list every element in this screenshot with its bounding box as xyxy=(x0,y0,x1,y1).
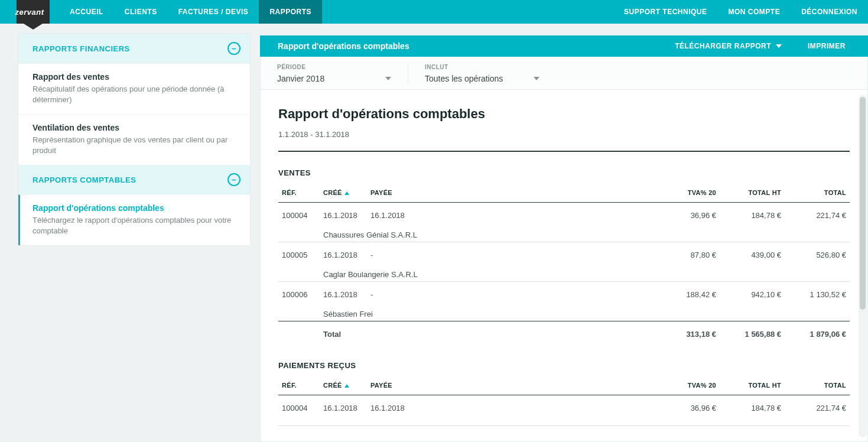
nav-item-clients[interactable]: CLIENTS xyxy=(114,0,168,24)
table-row-client: Sébastien Frei xyxy=(278,301,850,321)
chevron-down-icon xyxy=(534,77,539,80)
cell-vat: 188,42 € xyxy=(655,282,720,302)
table-row: 10000616.1.2018-188,42 €942,10 €1 130,52… xyxy=(278,282,850,302)
nav-item-accueil[interactable]: ACCUEIL xyxy=(59,0,114,24)
table-row: 10000516.1.2018-87,80 €439,00 €526,80 € xyxy=(278,242,850,262)
logo[interactable]: zervant xyxy=(0,0,59,24)
cell-paid: 16.1.2018 xyxy=(367,395,655,415)
col-ref[interactable]: RÉF. xyxy=(278,183,320,203)
cell-created: 16.1.2018 xyxy=(320,395,367,415)
col-net[interactable]: TOTAL HT xyxy=(720,183,785,203)
cell-paid: - xyxy=(367,282,655,302)
nav-item-support[interactable]: SUPPORT TECHNIQUE xyxy=(613,0,718,24)
filter-include-value: Toutes les opérations xyxy=(425,74,503,83)
cell-net: 942,10 € xyxy=(720,282,785,302)
filter-bar: PÉRIODE Janvier 2018 INCLUT Toutes les o… xyxy=(260,57,868,90)
scrollbar[interactable] xyxy=(859,95,867,437)
cell-total: 1 130,52 € xyxy=(785,282,850,302)
sidebar-item-desc: Représentation graphique de vos ventes p… xyxy=(32,135,238,155)
filter-include-select[interactable]: Toutes les opérations xyxy=(425,74,539,83)
col-vat[interactable]: TVA% 20 xyxy=(655,183,720,203)
print-button[interactable]: IMPRIMER xyxy=(803,42,850,50)
scrollbar-thumb[interactable] xyxy=(860,97,866,310)
report-title: Rapport d'opérations comptables xyxy=(278,106,850,122)
sidebar-item-ventes[interactable]: Rapport des ventesRécapitulatif des opér… xyxy=(18,63,250,114)
sidebar-item-title: Ventilation des ventes xyxy=(32,123,238,132)
sort-asc-icon xyxy=(344,191,349,195)
chevron-down-icon xyxy=(385,77,391,80)
cell-paid: - xyxy=(367,242,655,262)
sidebar-group-title: RAPPORTS COMPTABLES xyxy=(32,176,136,184)
cell-vat: 87,80 € xyxy=(655,242,720,262)
cell-total: 221,74 € xyxy=(785,395,850,415)
sidebar-item-desc: Téléchargez le rapport d'opérations comp… xyxy=(32,215,238,236)
nav-item-logout[interactable]: DÉCONNEXION xyxy=(791,0,868,24)
col-created[interactable]: CRÉÉ xyxy=(320,183,367,203)
table-row-client xyxy=(278,415,850,426)
col-net[interactable]: TOTAL HT xyxy=(720,376,785,395)
collapse-icon[interactable]: – xyxy=(227,42,240,55)
sidebar-item-ventilation[interactable]: Ventilation des ventesReprésentation gra… xyxy=(18,114,250,165)
sidebar-item-title: Rapport d'opérations comptables xyxy=(32,203,238,213)
col-paid[interactable]: PAYÉE xyxy=(367,183,655,203)
sidebar: RAPPORTS FINANCIERS–Rapport des ventesRé… xyxy=(0,24,260,442)
cell-ref: 100006 xyxy=(278,282,320,302)
print-label: IMPRIMER xyxy=(808,42,846,50)
sidebar-item-title: Rapport des ventes xyxy=(32,72,238,82)
total-net: 1 565,88 € xyxy=(720,321,785,342)
nav-left: ACCUEILCLIENTSFACTURES / DEVISRAPPORTS xyxy=(59,0,322,24)
sidebar-group-header-financiers[interactable]: RAPPORTS FINANCIERS– xyxy=(18,34,250,63)
filter-include: INCLUT Toutes les opérations xyxy=(408,64,556,83)
cell-net: 439,00 € xyxy=(720,242,785,262)
cell-net: 184,78 € xyxy=(720,395,785,415)
sidebar-group-title: RAPPORTS FINANCIERS xyxy=(32,44,130,53)
col-created[interactable]: CRÉÉ xyxy=(320,376,367,395)
report-table-paiements: RÉF.CRÉÉPAYÉETVA% 20TOTAL HTTOTAL1000041… xyxy=(278,376,850,426)
col-paid[interactable]: PAYÉE xyxy=(367,376,655,395)
total-label: Total xyxy=(320,321,655,342)
cell-ref: 100005 xyxy=(278,242,320,262)
cell-vat: 36,96 € xyxy=(655,395,720,415)
nav-item-compte[interactable]: MON COMPTE xyxy=(717,0,791,24)
cell-created: 16.1.2018 xyxy=(320,242,367,262)
download-report-button[interactable]: TÉLÉCHARGER RAPPORT xyxy=(670,42,786,50)
col-total[interactable]: TOTAL xyxy=(785,183,850,203)
table-total-row: Total313,18 €1 565,88 €1 879,06 € xyxy=(278,321,850,342)
download-report-label: TÉLÉCHARGER RAPPORT xyxy=(675,42,771,50)
cell-total: 221,74 € xyxy=(785,203,850,223)
cell-client: Sébastien Frei xyxy=(320,301,850,321)
main-column: Rapport d'opérations comptables TÉLÉCHAR… xyxy=(260,24,868,442)
table-row-client: Chaussures Génial S.A.R.L xyxy=(278,222,850,242)
top-nav: zervant ACCUEILCLIENTSFACTURES / DEVISRA… xyxy=(0,0,868,24)
sidebar-item-operations[interactable]: Rapport d'opérations comptablesTélécharg… xyxy=(18,194,250,245)
filter-period-select[interactable]: Janvier 2018 xyxy=(277,74,391,83)
report-date-range: 1.1.2018 - 31.1.2018 xyxy=(278,130,850,139)
cell-created: 16.1.2018 xyxy=(320,282,367,302)
cell-paid: 16.1.2018 xyxy=(367,203,655,223)
report-table-ventes: RÉF.CRÉÉPAYÉETVA% 20TOTAL HTTOTAL1000041… xyxy=(278,183,850,341)
total-vat: 313,18 € xyxy=(655,321,720,342)
sidebar-group-header-comptables[interactable]: RAPPORTS COMPTABLES– xyxy=(18,165,250,194)
col-vat[interactable]: TVA% 20 xyxy=(655,376,720,395)
collapse-icon[interactable]: – xyxy=(227,173,240,186)
table-row: 10000416.1.201816.1.201836,96 €184,78 €2… xyxy=(278,395,850,415)
report-header-bar: Rapport d'opérations comptables TÉLÉCHAR… xyxy=(260,35,868,57)
col-ref[interactable]: RÉF. xyxy=(278,376,320,395)
section-title-ventes: VENTES xyxy=(278,168,850,177)
report-bar-title: Rapport d'opérations comptables xyxy=(278,41,409,51)
report-scroll-area[interactable]: Rapport d'opérations comptables 1.1.2018… xyxy=(260,90,868,442)
table-row: 10000416.1.201816.1.201836,96 €184,78 €2… xyxy=(278,203,850,223)
nav-item-rapports[interactable]: RAPPORTS xyxy=(259,0,322,24)
nav-item-factures[interactable]: FACTURES / DEVIS xyxy=(168,0,259,24)
col-total[interactable]: TOTAL xyxy=(785,376,850,395)
chevron-down-icon xyxy=(776,44,782,48)
total-total: 1 879,06 € xyxy=(785,321,850,342)
cell-client: Caglar Boulangerie S.A.R.L xyxy=(320,262,850,282)
table-row-client: Caglar Boulangerie S.A.R.L xyxy=(278,262,850,282)
logo-text: zervant xyxy=(15,8,44,17)
cell-created: 16.1.2018 xyxy=(320,203,367,223)
sort-asc-icon xyxy=(344,384,349,388)
sidebar-item-desc: Récapitulatif des opérations pour une pé… xyxy=(32,84,238,105)
filter-period-value: Janvier 2018 xyxy=(277,74,324,83)
filter-period: PÉRIODE Janvier 2018 xyxy=(261,64,408,83)
